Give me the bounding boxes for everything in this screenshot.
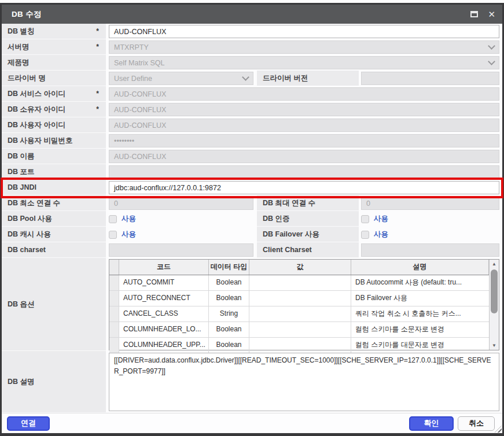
field-area-db-service-id: AUD-CONFLUX	[106, 86, 502, 102]
field-area-db-user-id: AUD-CONFLUX	[106, 117, 502, 133]
table-row[interactable]: AUTO_COMMITBooleanDB Autocommit 사용 (defa…	[109, 275, 489, 291]
resize-grip-icon[interactable]	[495, 426, 502, 433]
row-selector[interactable]	[109, 306, 119, 322]
form-row-db-charset: DB charsetClient Charset	[2, 242, 502, 258]
db-port-input	[109, 165, 499, 179]
field-label-db-charset: DB charset	[2, 242, 106, 258]
field-area-db-port	[106, 164, 502, 180]
db-max-connections-input: 0	[361, 197, 499, 210]
form-row-db-user-password: DB 사용자 비밀번호••••••••	[2, 133, 502, 149]
db-failover-use-checkbox[interactable]	[361, 231, 369, 239]
row-selector[interactable]	[109, 275, 119, 290]
form-row-driver: 드라이버 명User Define드라이버 버전	[2, 71, 502, 86]
option-description: DB Autocommit 사용 (default: tru...	[351, 275, 489, 290]
client-charset-input-input	[361, 243, 499, 257]
db-auth-use-group: 사용	[361, 214, 388, 224]
option-description: DB Failover 사용	[351, 291, 489, 306]
scroll-down-icon[interactable]: ▼	[490, 341, 499, 350]
chevron-down-icon	[488, 42, 495, 50]
field-area-db-alias: AUD-CONFLUX	[106, 24, 502, 39]
table-row[interactable]: COLUMNHEADER_LO...Boolean컬럼 스키마를 소문자로 변경	[109, 322, 489, 338]
field-label-db-port: DB 포트	[2, 164, 106, 180]
db-service-id-value: AUD-CONFLUX	[114, 90, 166, 98]
option-data-type: Boolean	[209, 291, 249, 306]
ok-button[interactable]: 확인	[409, 416, 454, 431]
db-auth-use-checkbox[interactable]	[361, 215, 369, 223]
db-options-grid: 코드데이터 타입값설명AUTO_COMMITBooleanDB Autocomm…	[109, 260, 489, 350]
connect-button[interactable]: 연결	[7, 416, 50, 431]
field-label-db-description-text: DB 설명	[8, 377, 35, 387]
field-label-db-options-text: DB 옵션	[8, 300, 35, 309]
field-area-db-name: AUD-CONFLUX	[106, 149, 502, 164]
table-row[interactable]: CANCEL_CLASSString쿼리 작업 취소 시 호출하는 커스...	[109, 306, 489, 322]
table-row[interactable]: AUTO_RECONNECTBooleanDB Failover 사용	[109, 291, 489, 306]
scroll-up-icon[interactable]: ▲	[490, 260, 499, 268]
db-failover-use-label: 사용	[374, 230, 388, 239]
field-label-db-user-id-text: DB 사용자 아이디	[8, 120, 65, 130]
option-value[interactable]	[249, 275, 351, 290]
db-failover-use-group: 사용	[361, 230, 388, 239]
form-row-db-jndi: DB JNDIjdbc:aud-conflux://127.0.0.1:9872	[2, 180, 502, 195]
db-alias-input[interactable]: AUD-CONFLUX	[109, 25, 499, 38]
form-row-db-connections: DB 최소 연결 수0DB 최대 연결 수0	[2, 195, 502, 211]
scrollbar-track[interactable]	[490, 268, 499, 341]
db-cache-use-group: 사용	[109, 230, 253, 239]
client-charset-input-label: Client Charset	[257, 242, 359, 258]
db-cache-use-checkbox[interactable]	[109, 231, 117, 239]
driver-name-select: User Define	[109, 72, 253, 85]
column-header-3: 값	[249, 260, 351, 275]
field-label-db-charset-text: DB charset	[8, 246, 46, 254]
driver-version-label: 드라이버 버전	[257, 71, 359, 86]
form-row-db-name: DB 이름AUD-CONFLUX	[2, 149, 502, 164]
form-row-db-cache: DB 캐시 사용사용DB Failover 사용사용	[2, 227, 502, 242]
db-description-textarea[interactable]: [[DRIVER=aud.data.conflux.jdbc.Driver]][…	[109, 353, 499, 411]
option-value[interactable]	[249, 322, 351, 337]
driver-version-input	[361, 72, 499, 85]
db-charset-input-input	[109, 243, 253, 257]
field-label-db-connections: DB 최소 연결 수	[2, 195, 106, 211]
option-code: COLUMNHEADER_LO...	[119, 322, 209, 337]
form-row-db-owner-id: DB 소유자 아이디*AUD-CONFLUX	[2, 102, 502, 117]
form-body: DB 별칭*AUD-CONFLUX서버명*MTXRPTY제품명Self Matr…	[2, 24, 502, 413]
option-value[interactable]	[249, 338, 351, 353]
form-row-db-port: DB 포트	[2, 164, 502, 180]
chevron-down-icon	[488, 58, 495, 65]
restore-window-icon[interactable]	[470, 11, 478, 17]
row-selector[interactable]	[109, 338, 119, 353]
field-area-db-jndi: jdbc:aud-conflux://127.0.0.1:9872	[106, 180, 502, 195]
dialog-footer: 연결 확인 취소	[2, 413, 502, 433]
field-label-product-name: 제품명	[2, 55, 106, 71]
scrollbar-thumb[interactable]	[491, 269, 498, 313]
option-value[interactable]	[249, 291, 351, 306]
db-user-password-value: ••••••••	[114, 137, 134, 145]
dialog-titlebar[interactable]: DB 수정 ✕	[2, 5, 502, 24]
field-label-db-pool-text: DB Pool 사용	[8, 214, 52, 224]
field-label-db-owner-id-text: DB 소유자 아이디	[8, 105, 65, 114]
field-label-db-cache-text: DB 캐시 사용	[8, 230, 51, 239]
field-area-db-charset: Client Charset	[106, 242, 502, 258]
field-label-db-pool: DB Pool 사용	[2, 211, 106, 227]
row-selector[interactable]	[109, 291, 119, 306]
option-value[interactable]	[249, 306, 351, 322]
db-jndi-input[interactable]: jdbc:aud-conflux://127.0.0.1:9872	[109, 181, 499, 194]
field-label-db-user-password-text: DB 사용자 비밀번호	[8, 136, 73, 146]
field-label-db-description: DB 설명	[2, 351, 106, 413]
cancel-button[interactable]: 취소	[458, 416, 495, 431]
db-name-value: AUD-CONFLUX	[114, 153, 166, 161]
db-pool-use-checkbox[interactable]	[109, 215, 117, 223]
form-row-server-name: 서버명*MTXRPTY	[2, 39, 502, 55]
row-selector[interactable]	[109, 322, 119, 337]
table-scrollbar[interactable]: ▲▼	[489, 260, 499, 350]
db-pool-use-label: 사용	[122, 214, 136, 224]
field-label-db-alias-text: DB 별칭	[8, 27, 35, 36]
option-data-type: Boolean	[209, 275, 249, 290]
close-icon[interactable]: ✕	[488, 10, 495, 19]
db-owner-id-value: AUD-CONFLUX	[114, 106, 166, 114]
form-row-db-alias: DB 별칭*AUD-CONFLUX	[2, 24, 502, 39]
form-row-db-pool: DB Pool 사용사용DB 인증사용	[2, 211, 502, 227]
field-label-db-port-text: DB 포트	[8, 167, 35, 177]
option-code: AUTO_COMMIT	[119, 275, 209, 290]
field-area-product-name: Self Matrix SQL	[106, 55, 502, 71]
field-label-db-alias: DB 별칭*	[2, 24, 106, 39]
option-description: 컬럼 스키마를 소문자로 변경	[351, 322, 489, 337]
